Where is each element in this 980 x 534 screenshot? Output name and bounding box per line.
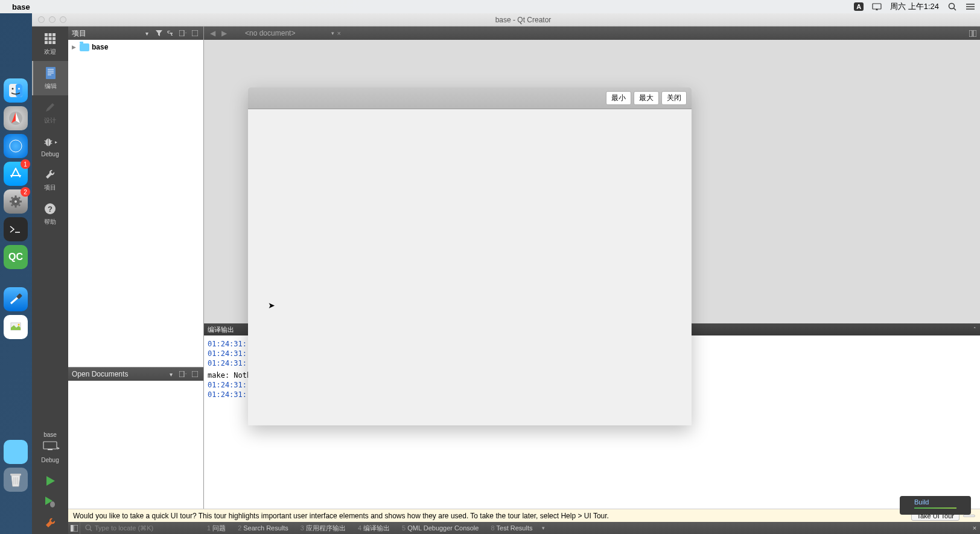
mode-label: Debug xyxy=(41,151,59,157)
input-method-indicator[interactable]: A xyxy=(854,2,864,11)
close-output-icon[interactable]: × xyxy=(969,524,980,532)
build-button[interactable] xyxy=(44,517,56,529)
mode-label: 帮助 xyxy=(44,218,56,226)
open-docs-body[interactable] xyxy=(68,381,203,509)
expander-icon[interactable]: ▶ xyxy=(72,44,76,50)
app-maximize-button[interactable]: 最大 xyxy=(634,91,659,105)
svg-text:+: + xyxy=(185,371,186,377)
link-icon[interactable] xyxy=(166,28,176,38)
mode-label: 项目 xyxy=(44,183,56,192)
running-app-titlebar[interactable]: 最小 最大 关闭 xyxy=(248,87,692,109)
close-traffic-button[interactable] xyxy=(38,16,45,23)
collapse-icon[interactable]: ˄ xyxy=(973,326,976,332)
bottom-bar: Type to locate (⌘K) 1问题 2Search Results … xyxy=(68,522,980,534)
window-titlebar[interactable]: base - Qt Creator xyxy=(32,13,980,27)
mode-bottom: base ▸ Debug xyxy=(41,424,59,534)
svg-point-13 xyxy=(14,200,17,203)
dock-terminal[interactable] xyxy=(4,217,28,241)
dock-finder[interactable] xyxy=(4,78,28,103)
dock-settings[interactable]: 2 xyxy=(4,189,28,214)
dock-folder[interactable] xyxy=(4,440,28,464)
zoom-traffic-button[interactable] xyxy=(60,16,66,23)
menubar-app-name[interactable]: base xyxy=(12,2,30,11)
tree-root-row[interactable]: ▶ base xyxy=(72,42,200,52)
document-selector[interactable]: <no document> ▾ xyxy=(245,29,334,37)
tab-app-output[interactable]: 3应用程序输出 xyxy=(294,524,352,533)
split-add-icon[interactable]: + xyxy=(178,28,188,38)
panel-title: Open Documents xyxy=(72,370,128,378)
debug-run-button[interactable] xyxy=(43,495,57,509)
close-panel-icon[interactable] xyxy=(190,369,200,379)
svg-rect-58 xyxy=(179,371,184,377)
target-selector[interactable]: base ▸ Debug xyxy=(41,428,59,466)
svg-line-48 xyxy=(51,141,52,141)
svg-line-2 xyxy=(954,8,956,11)
svg-rect-55 xyxy=(179,30,184,36)
infobar-dismiss-button[interactable] xyxy=(963,515,975,517)
svg-rect-33 xyxy=(45,37,48,40)
dock-launchpad[interactable] xyxy=(4,106,28,130)
split-add-icon[interactable]: + xyxy=(178,369,188,379)
cursor-icon: ➤ xyxy=(268,300,275,310)
svg-point-9 xyxy=(18,88,20,90)
mode-edit[interactable]: 编辑 xyxy=(32,61,68,95)
menubar-datetime[interactable]: 周六 上午1:24 xyxy=(890,1,939,12)
close-doc-icon[interactable]: × xyxy=(334,30,343,37)
split-editor-icon[interactable] xyxy=(966,30,980,37)
sidebar-toggle-button[interactable] xyxy=(68,522,80,534)
dock-preview[interactable] xyxy=(4,315,28,339)
infobar-text: Would you like to take a quick UI tour? … xyxy=(73,512,609,520)
nav-forward-button[interactable]: ▶ xyxy=(219,28,229,39)
svg-rect-0 xyxy=(873,4,881,9)
svg-rect-37 xyxy=(49,41,52,44)
tab-qml-console[interactable]: 5QML Debugger Console xyxy=(396,524,485,532)
svg-rect-36 xyxy=(45,41,48,44)
svg-rect-62 xyxy=(973,30,976,37)
dock-appstore[interactable]: 1 xyxy=(4,162,28,186)
mode-project[interactable]: 项目 xyxy=(32,162,68,197)
menu-icon[interactable] xyxy=(966,3,975,10)
dropdown-icon[interactable]: ▾ xyxy=(538,525,549,531)
mode-welcome[interactable]: 欢迎 xyxy=(32,27,68,61)
dock-safari[interactable] xyxy=(4,134,28,158)
tab-test-results[interactable]: 8Test Results xyxy=(485,524,538,532)
nav-back-button[interactable]: ◀ xyxy=(208,28,218,39)
minimize-traffic-button[interactable] xyxy=(49,16,56,23)
run-button[interactable] xyxy=(44,475,56,487)
mode-design[interactable]: 设计 xyxy=(32,95,68,130)
wrench-icon xyxy=(43,167,57,182)
mode-help[interactable]: ? 帮助 xyxy=(32,197,68,231)
running-app-window[interactable]: 最小 最大 关闭 xyxy=(248,87,692,425)
selector-icon[interactable]: ▾ xyxy=(166,369,176,379)
locator-search[interactable]: Type to locate (⌘K) xyxy=(80,524,201,532)
tab-issues[interactable]: 1问题 xyxy=(201,524,232,533)
selector-icon[interactable]: ▾ xyxy=(142,28,151,38)
filter-icon[interactable] xyxy=(154,28,164,38)
running-app-body[interactable] xyxy=(248,109,692,425)
build-progress-tooltip: Build xyxy=(900,496,971,515)
svg-line-66 xyxy=(90,529,92,531)
mode-debug[interactable]: ▸ Debug xyxy=(32,130,68,162)
svg-point-8 xyxy=(12,88,14,90)
app-minimize-button[interactable]: 最小 xyxy=(606,91,631,105)
dock-xcode[interactable] xyxy=(4,287,28,311)
svg-rect-38 xyxy=(52,41,56,44)
tab-search-results[interactable]: 2Search Results xyxy=(232,524,294,532)
grid-icon xyxy=(43,31,57,46)
dock-qtcreator[interactable]: QC xyxy=(4,245,28,269)
svg-line-21 xyxy=(11,205,13,206)
svg-rect-52 xyxy=(43,442,57,449)
tab-compile-output[interactable]: 4编译输出 xyxy=(352,524,396,533)
svg-rect-32 xyxy=(52,33,56,36)
close-panel-icon[interactable] xyxy=(190,28,200,38)
svg-point-25 xyxy=(18,324,20,326)
svg-rect-57 xyxy=(192,30,198,36)
svg-line-18 xyxy=(11,197,13,199)
search-icon[interactable] xyxy=(947,3,957,10)
svg-text:?: ? xyxy=(48,205,52,214)
project-tree[interactable]: ▶ base xyxy=(68,40,203,367)
svg-rect-34 xyxy=(49,37,52,40)
app-close-button[interactable]: 关闭 xyxy=(661,91,687,105)
screen-mirror-icon[interactable] xyxy=(872,3,882,10)
dock-trash[interactable] xyxy=(4,468,28,492)
